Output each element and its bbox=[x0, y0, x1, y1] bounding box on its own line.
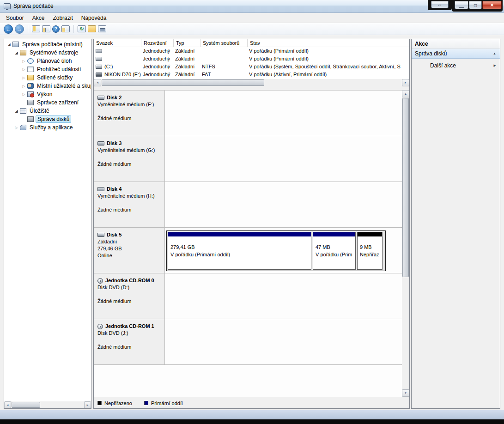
legend-label: Primární oddíl bbox=[151, 400, 182, 406]
scroll-left-icon[interactable]: ◄ bbox=[4, 401, 11, 408]
actions-section-disk-management[interactable]: Správa disků ▲ bbox=[412, 48, 500, 59]
actions-section-label: Správa disků bbox=[415, 50, 447, 57]
tree-item-system-tools[interactable]: ◢ Systémové nástroje bbox=[4, 48, 91, 57]
rescan-disks-icon[interactable] bbox=[88, 25, 96, 32]
close-button[interactable]: × bbox=[482, 1, 502, 9]
back-button[interactable]: ← bbox=[4, 24, 13, 34]
disk-label[interactable]: Disk 2 Vyměnitelné médium (F:) Žádné méd… bbox=[94, 91, 165, 136]
partition-group: 279,41 GB V pořádku (Primární oddíl) 47 … bbox=[166, 230, 386, 271]
collapse-chevron-icon[interactable]: ▲ bbox=[493, 52, 496, 55]
tree-item-local-users-groups[interactable]: ▷ Místní uživatelé a skupi bbox=[4, 82, 91, 90]
tree-item-task-scheduler[interactable]: ▷ Plánovač úloh bbox=[4, 57, 91, 65]
window-title: Správa počítače bbox=[13, 3, 54, 9]
forward-button[interactable]: → bbox=[15, 24, 24, 34]
disk-label[interactable]: Disk 5 Základní 279,46 GB Online bbox=[94, 228, 165, 273]
expander-closed-icon[interactable]: ▷ bbox=[21, 84, 27, 88]
volume-row-nikon[interactable]: NIKON D70 (E:) Jednoduchý Základní FAT V… bbox=[94, 71, 409, 79]
disk-canvas[interactable] bbox=[165, 319, 402, 364]
tree-item-device-manager[interactable]: Správce zařízení bbox=[4, 98, 91, 107]
help-icon[interactable]: ? bbox=[52, 25, 60, 33]
tree-item-label: Výkon bbox=[36, 91, 54, 97]
partition-primary-small[interactable]: 47 MB V pořádku (Prim bbox=[313, 232, 356, 270]
disk-row-2: Disk 2 Vyměnitelné médium (F:) Žádné méd… bbox=[94, 91, 402, 136]
expander-open-icon[interactable]: ◢ bbox=[13, 51, 19, 55]
column-header-rozvrzeni[interactable]: Rozvržení bbox=[141, 39, 174, 47]
volume-list: Svazek Rozvržení Typ Systém souborů Stav… bbox=[94, 39, 409, 79]
scroll-thumb[interactable] bbox=[12, 402, 40, 408]
tree-item-label: Prohlížeč událostí bbox=[36, 66, 82, 73]
cdrom-row-1: Jednotka CD-ROM 1 Disk DVD (J:) Žádné mé… bbox=[94, 319, 402, 365]
tree-item-label: Správa počítače (místní) bbox=[21, 41, 84, 48]
export-list-icon[interactable] bbox=[32, 25, 40, 32]
expander-closed-icon[interactable]: ▷ bbox=[21, 59, 27, 63]
disk-properties-icon[interactable] bbox=[98, 25, 106, 32]
scroll-thumb[interactable] bbox=[402, 98, 409, 277]
legend: Nepřiřazeno Primární oddíl bbox=[94, 397, 409, 409]
expander-closed-icon[interactable]: ▷ bbox=[21, 76, 27, 80]
scroll-thumb[interactable] bbox=[102, 79, 264, 86]
tree-item-label: Správce zařízení bbox=[36, 99, 80, 106]
tree-item-services-applications[interactable]: ▷ Služby a aplikace bbox=[4, 123, 91, 132]
menu-napoveda[interactable]: Nápověda bbox=[77, 13, 111, 23]
menu-zobrazit[interactable]: Zobrazit bbox=[49, 13, 77, 23]
tree-hscrollbar[interactable]: ◄ ► bbox=[4, 401, 91, 408]
expander-closed-icon[interactable]: ▷ bbox=[13, 126, 19, 130]
menu-akce[interactable]: Akce bbox=[28, 13, 49, 23]
scroll-down-icon[interactable]: ▼ bbox=[402, 389, 409, 397]
partition-primary-large[interactable]: 279,41 GB V pořádku (Primární oddíl) bbox=[168, 232, 311, 270]
maximize-button[interactable]: □ bbox=[469, 1, 482, 9]
volume-row[interactable]: Jednoduchý Základní V pořádku (Primární … bbox=[94, 55, 409, 63]
scroll-up-icon[interactable]: ▲ bbox=[402, 90, 409, 97]
disk-label[interactable]: Jednotka CD-ROM 1 Disk DVD (J:) Žádné mé… bbox=[94, 319, 165, 364]
partition-unallocated[interactable]: 9 MB Nepřiřaz bbox=[357, 232, 383, 270]
tree-item-event-viewer[interactable]: ▷ Prohlížeč událostí bbox=[4, 65, 91, 73]
tree-item-shared-folders[interactable]: ▷ Sdílené složky bbox=[4, 73, 91, 82]
column-header-svazek[interactable]: Svazek bbox=[94, 39, 141, 47]
disk-canvas[interactable] bbox=[165, 273, 402, 319]
tree-item-computer-management[interactable]: ◢ Správa počítače (místní) bbox=[4, 40, 91, 48]
column-header-stav[interactable]: Stav bbox=[248, 39, 409, 47]
disk-label[interactable]: Disk 3 Vyměnitelné médium (G:) Žádné méd… bbox=[94, 136, 165, 182]
legend-label: Nepřiřazeno bbox=[104, 400, 132, 406]
scroll-right-icon[interactable]: ► bbox=[402, 79, 409, 86]
tree-item-storage[interactable]: ◢ Úložiště bbox=[4, 107, 91, 115]
performance-icon bbox=[27, 91, 34, 97]
tree-item-label-selected: Správa disků bbox=[36, 115, 71, 123]
expander-closed-icon[interactable]: ▷ bbox=[21, 92, 27, 97]
actions-more-actions[interactable]: Další akce ▶ bbox=[412, 61, 500, 71]
tree-item-label: Služby a aplikace bbox=[28, 124, 74, 131]
tree-item-performance[interactable]: ▷ Výkon bbox=[4, 90, 91, 98]
show-console-tree-icon[interactable] bbox=[42, 25, 50, 32]
disk-label[interactable]: Disk 4 Vyměnitelné médium (H:) Žádné méd… bbox=[94, 182, 165, 227]
menu-soubor[interactable]: Soubor bbox=[2, 13, 28, 23]
expander-open-icon[interactable]: ◢ bbox=[6, 42, 12, 47]
actions-pane: Akce Správa disků ▲ Další akce ▶ bbox=[411, 39, 500, 409]
expander-closed-icon[interactable]: ▷ bbox=[21, 67, 27, 72]
column-header-system-souboru[interactable]: Systém souborů bbox=[200, 39, 248, 47]
graph-vscrollbar[interactable]: ▲ ▼ bbox=[402, 90, 409, 397]
disk-canvas[interactable] bbox=[165, 91, 402, 136]
tree-item-label: Plánovač úloh bbox=[36, 58, 73, 64]
disk-canvas[interactable] bbox=[165, 136, 402, 182]
cdrom-row-0: Jednotka CD-ROM 0 Disk DVD (D:) Žádné mé… bbox=[94, 273, 402, 319]
disk-canvas[interactable] bbox=[165, 182, 402, 227]
float-window-button[interactable]: ⇔ bbox=[431, 1, 449, 8]
show-action-pane-icon[interactable] bbox=[61, 25, 70, 32]
primary-partition-swatch bbox=[144, 401, 148, 405]
disk-label[interactable]: Jednotka CD-ROM 0 Disk DVD (D:) Žádné mé… bbox=[94, 273, 165, 319]
expand-chevron-icon[interactable]: ▶ bbox=[494, 64, 496, 67]
scroll-right-icon[interactable]: ► bbox=[84, 401, 91, 408]
scroll-left-icon[interactable]: ◄ bbox=[94, 79, 101, 86]
expander-open-icon[interactable]: ◢ bbox=[13, 109, 19, 113]
column-header-typ[interactable]: Typ bbox=[174, 39, 200, 47]
refresh-icon[interactable]: ↻ bbox=[78, 25, 86, 32]
system-tools-icon bbox=[20, 50, 26, 55]
volume-list-hscrollbar[interactable]: ◄ ► bbox=[94, 79, 409, 87]
minimize-button[interactable]: — bbox=[455, 1, 468, 9]
shared-folders-icon bbox=[27, 75, 34, 80]
legend-item-primary: Primární oddíl bbox=[144, 400, 182, 406]
hard-drive-icon bbox=[97, 233, 104, 237]
tree-item-disk-management[interactable]: Správa disků bbox=[4, 115, 91, 123]
volume-row-c[interactable]: (C:) Jednoduchý Základní NTFS V pořádku … bbox=[94, 63, 409, 71]
volume-row[interactable]: Jednoduchý Základní V pořádku (Primární … bbox=[94, 47, 409, 55]
